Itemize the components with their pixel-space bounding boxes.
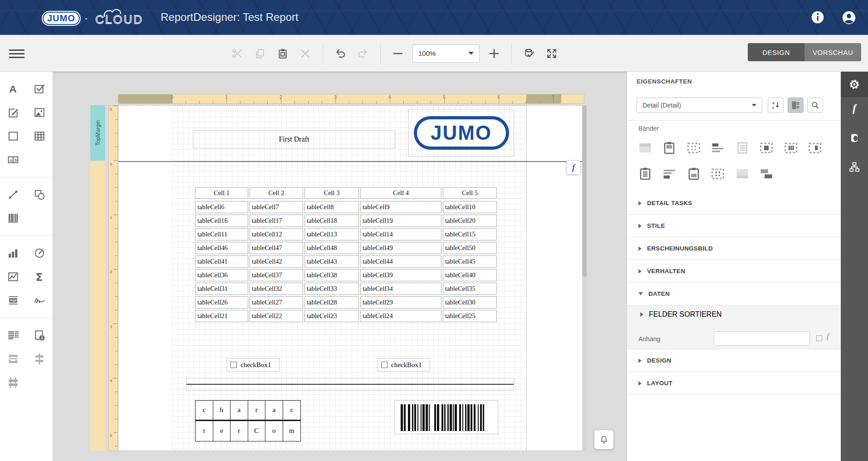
subband-icon[interactable]: [759, 167, 774, 181]
comb-cell[interactable]: t: [196, 421, 213, 441]
table-cell[interactable]: tableCell35: [443, 283, 497, 295]
comb-cell[interactable]: r: [230, 421, 248, 441]
table-cell[interactable]: tableCell32: [250, 283, 303, 295]
table-cell[interactable]: tableCell41: [195, 255, 248, 268]
table-cell[interactable]: tableCell24: [360, 310, 441, 322]
table-cell[interactable]: tableCell49: [360, 242, 441, 254]
table-cell[interactable]: tableCell47: [250, 242, 303, 254]
table-cell[interactable]: tableCell23: [304, 310, 359, 322]
barcode-element[interactable]: [394, 400, 498, 434]
shape-tool-icon[interactable]: [32, 187, 47, 202]
line-tool-icon[interactable]: [5, 187, 21, 202]
table-cell[interactable]: tableCell36: [195, 269, 248, 281]
anhang-input[interactable]: [714, 331, 810, 346]
database-icon[interactable]: [848, 132, 861, 144]
columnheader-band-icon[interactable]: [687, 141, 701, 155]
design-button[interactable]: DESIGN: [748, 43, 804, 61]
table-header-cell[interactable]: Cell 4: [360, 187, 441, 199]
table-cell[interactable]: tableCell46: [195, 242, 248, 254]
table-cell[interactable]: tableCell17: [250, 215, 303, 227]
undo-icon[interactable]: [332, 45, 348, 62]
report-title-label[interactable]: First Draft: [193, 130, 395, 148]
table-cell[interactable]: tableCell50: [443, 242, 497, 254]
checkbox-element-1[interactable]: checkBox1: [226, 358, 280, 372]
topmargin-band-strip[interactable]: TopMargin: [90, 105, 105, 161]
bottommargin-band-icon[interactable]: [735, 167, 750, 181]
table-cell[interactable]: tableCell10: [443, 201, 497, 213]
table-cell[interactable]: tableCell42: [250, 255, 303, 268]
section-design[interactable]: DESIGN: [627, 349, 841, 372]
table-cell[interactable]: tableCell31: [195, 283, 248, 295]
pageinfo-tool-icon[interactable]: [32, 328, 47, 343]
table-cell[interactable]: tableCell29: [360, 296, 441, 309]
hierarchy-icon[interactable]: [848, 161, 861, 173]
table-cell[interactable]: tableCell20: [443, 215, 497, 227]
detail-band-strip[interactable]: [90, 161, 105, 451]
table-header-cell[interactable]: Cell 3: [304, 187, 359, 199]
table-cell[interactable]: tableCell30: [443, 296, 497, 309]
signature-tool-icon[interactable]: [32, 293, 47, 308]
fullscreen-icon[interactable]: [544, 45, 560, 62]
chart-tool-icon[interactable]: [5, 245, 21, 261]
table-cell[interactable]: tableCell40: [443, 269, 497, 281]
comb-cell[interactable]: h: [213, 401, 231, 421]
horizontal-ruler[interactable]: 01234567: [118, 94, 584, 104]
section-detail-tasks[interactable]: DETAIL TASKS: [627, 192, 841, 215]
canvas-scrollbar[interactable]: [582, 105, 587, 451]
pdfcontent-tool-icon[interactable]: PDF: [5, 293, 21, 308]
paste-icon[interactable]: [275, 45, 291, 62]
report-table[interactable]: Cell 1Cell 2Cell 3Cell 4Cell 5tableCell6…: [195, 187, 497, 322]
verticaltotal-band-icon[interactable]: [711, 167, 725, 181]
checkbox-tool-icon[interactable]: [32, 81, 47, 97]
toc-tool-icon[interactable]: [5, 328, 21, 343]
table-cell[interactable]: tableCell26: [195, 296, 248, 309]
table-header-cell[interactable]: Cell 2: [250, 187, 303, 199]
notifications-button[interactable]: [594, 430, 613, 449]
table-cell[interactable]: tableCell44: [360, 255, 441, 268]
validate-icon[interactable]: [521, 45, 537, 62]
section-layout[interactable]: LAYOUT: [627, 372, 841, 395]
barcode-tool-icon[interactable]: [5, 211, 21, 226]
table-cell[interactable]: tableCell12: [250, 228, 303, 240]
comb-cell[interactable]: c: [283, 401, 301, 421]
comb-cell[interactable]: m: [283, 421, 301, 441]
topmargin-band-icon[interactable]: [638, 141, 652, 155]
comb-cell[interactable]: c: [196, 401, 213, 421]
pagefooter-band-icon[interactable]: [638, 167, 652, 181]
zoom-select[interactable]: 100%: [412, 44, 480, 63]
section-verhalten[interactable]: VERHALTEN: [627, 260, 841, 283]
reportfooter-band-icon[interactable]: [687, 167, 701, 181]
sparkline-tool-icon[interactable]: [5, 269, 21, 284]
table-cell[interactable]: tableCell15: [443, 228, 497, 240]
cut-icon[interactable]: [229, 45, 245, 62]
anhang-fx-icon[interactable]: f: [827, 332, 829, 341]
table-tool-icon[interactable]: [32, 128, 47, 144]
groupfooter-band-icon[interactable]: [662, 167, 677, 181]
panel-tool-icon[interactable]: [5, 128, 21, 144]
table-cell[interactable]: tableCell11: [195, 228, 248, 240]
line-element[interactable]: [186, 378, 514, 391]
crossbandbox-tool-icon[interactable]: [5, 375, 21, 390]
comb-cell[interactable]: a: [265, 401, 283, 421]
pagebreak-tool-icon[interactable]: [5, 351, 21, 367]
table-cell[interactable]: tableCell22: [250, 310, 303, 322]
anhang-checkbox[interactable]: [816, 335, 822, 341]
gear-icon[interactable]: [848, 78, 861, 91]
expression-fx-button[interactable]: f: [566, 160, 581, 175]
table-cell[interactable]: tableCell33: [304, 283, 359, 295]
search-icon[interactable]: [807, 98, 823, 113]
delete-icon[interactable]: [297, 45, 314, 62]
table-cell[interactable]: tableCell25: [443, 310, 497, 322]
crossbandline-tool-icon[interactable]: [32, 351, 47, 367]
comb-cell[interactable]: o: [265, 421, 283, 441]
band-selector-dropdown[interactable]: Detail (Detail): [637, 98, 762, 113]
report-page[interactable]: First Draft JUMO f Cell 1Cell 2Cell 3Cel…: [118, 105, 584, 451]
table-cell[interactable]: tableCell14: [360, 228, 441, 240]
character-comb-element[interactable]: characterCom: [195, 400, 301, 441]
table-cell[interactable]: tableCell7: [250, 201, 303, 213]
picture-tool-icon[interactable]: [32, 105, 47, 120]
minus-icon[interactable]: [390, 45, 406, 62]
table-cell[interactable]: tableCell34: [360, 283, 441, 295]
comb-cell[interactable]: e: [213, 421, 231, 441]
verticalheader-band-icon[interactable]: [784, 141, 798, 155]
